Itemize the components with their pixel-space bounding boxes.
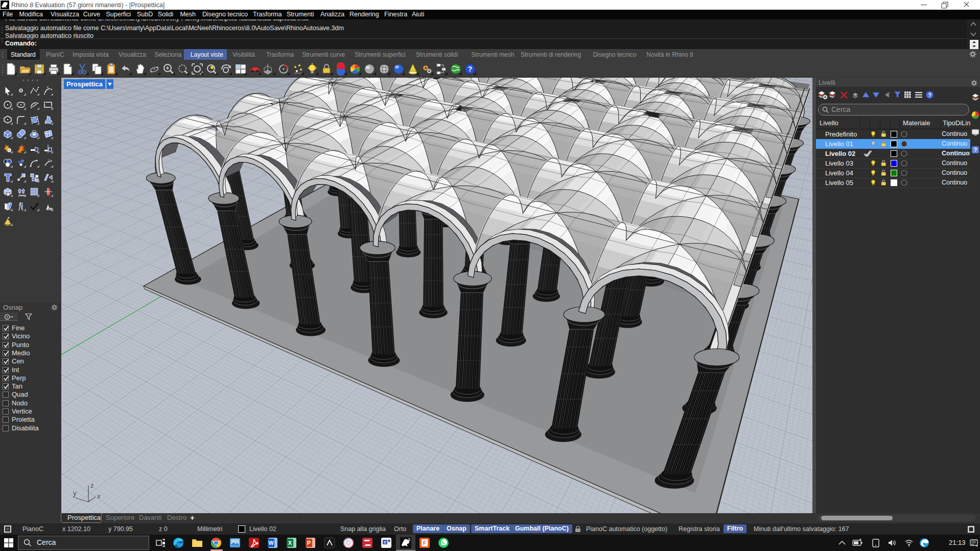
svg-text:W: W bbox=[268, 540, 274, 546]
svg-text:z: z bbox=[90, 481, 94, 489]
svg-text:P: P bbox=[307, 540, 311, 546]
svg-text:8: 8 bbox=[408, 538, 410, 541]
svg-text:x: x bbox=[97, 492, 101, 500]
svg-text:F: F bbox=[423, 540, 426, 546]
svg-text:?: ? bbox=[468, 65, 473, 73]
svg-text:?: ? bbox=[928, 92, 931, 98]
svg-text:y: y bbox=[73, 489, 77, 497]
svg-text:?: ? bbox=[974, 147, 977, 153]
svg-text:T: T bbox=[384, 540, 386, 545]
svg-text:X: X bbox=[288, 540, 292, 546]
